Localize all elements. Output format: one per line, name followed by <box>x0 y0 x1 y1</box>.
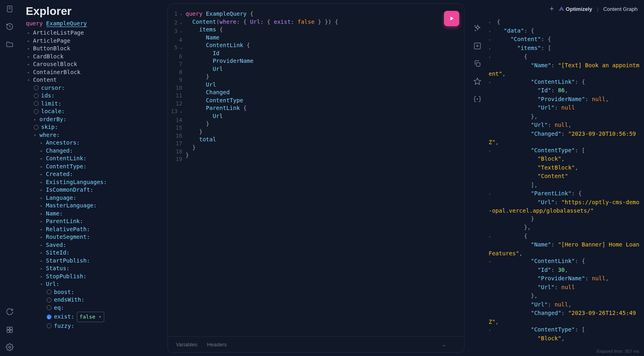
tree-node[interactable]: ▸RelativePath: <box>24 226 164 234</box>
expand-arrow-icon[interactable]: ▸ <box>40 139 44 147</box>
tab-headers[interactable]: Headers <box>207 342 227 348</box>
result-header: + Optimizely | Content Graph <box>487 0 644 18</box>
expand-arrow-icon[interactable]: ▾ <box>34 131 38 139</box>
settings-icon[interactable] <box>6 343 14 351</box>
tree-node[interactable]: ▸Name: <box>24 210 164 218</box>
tree-node[interactable]: ▸Created: <box>24 170 164 178</box>
expand-arrow-icon[interactable]: ▸ <box>27 37 31 45</box>
query-editor[interactable]: 1 ▾2 ▾3 ▾4 5 ▾6 7 8 9 10 11 12 13 ▾14 15… <box>167 3 464 337</box>
tree-node[interactable]: ▸CarouselBlock <box>24 60 164 68</box>
tree-node[interactable]: ▸Status: <box>24 265 164 273</box>
folder-icon[interactable] <box>6 40 14 48</box>
tree-node[interactable]: endsWith: <box>24 296 164 304</box>
svg-marker-10 <box>474 78 481 85</box>
expand-arrow-icon[interactable]: ▸ <box>40 202 44 210</box>
copy-icon[interactable] <box>473 60 481 68</box>
tree-node[interactable]: ▸IsCommonDraft: <box>24 186 164 194</box>
tree-node[interactable]: ▸CardBlock <box>24 53 164 61</box>
tree-node[interactable]: ▸Saved: <box>24 241 164 249</box>
expand-arrow-icon[interactable]: ▾ <box>40 280 44 288</box>
expand-arrow-icon[interactable]: ▾ <box>27 76 31 84</box>
add-tab-icon[interactable]: + <box>549 5 554 13</box>
tree-node[interactable]: eq: <box>24 304 164 312</box>
radio-icon[interactable] <box>47 298 52 302</box>
tree-node[interactable]: ▸ExistingLanguages: <box>24 178 164 186</box>
tree-node[interactable]: ▸ArticleListPage <box>24 29 164 37</box>
expand-arrow-icon[interactable]: ▸ <box>40 178 44 186</box>
tab-variables[interactable]: Variables <box>176 342 197 348</box>
tree-node[interactable]: ▾where: <box>24 131 164 139</box>
expand-arrow-icon[interactable]: ▸ <box>40 217 44 226</box>
tree-node[interactable]: skip: <box>24 123 164 131</box>
exist-select[interactable]: false <box>77 312 105 322</box>
expand-arrow-icon[interactable]: ▸ <box>27 68 31 77</box>
tree-node[interactable]: ▸Changed: <box>24 147 164 155</box>
radio-icon[interactable] <box>47 323 52 328</box>
tree-node[interactable]: locale: <box>24 108 164 116</box>
expand-arrow-icon[interactable]: ▸ <box>40 163 44 171</box>
expand-arrow-icon[interactable]: ▸ <box>27 53 31 61</box>
chevron-down-icon[interactable]: ⌄ <box>442 342 446 348</box>
brackets-icon[interactable] <box>473 95 481 103</box>
keyboard-icon[interactable] <box>6 325 14 333</box>
tree-node[interactable]: ▾Url: <box>24 280 164 288</box>
expand-arrow-icon[interactable]: ▸ <box>40 226 44 234</box>
tree-node[interactable]: ▸ArticlePage <box>24 37 164 45</box>
radio-icon[interactable] <box>47 315 52 319</box>
expand-arrow-icon[interactable]: ▸ <box>40 210 44 218</box>
merge-icon[interactable] <box>473 42 481 50</box>
tree-node[interactable]: ▾Content <box>24 76 164 84</box>
expand-arrow-icon[interactable]: ▸ <box>34 116 38 124</box>
brand-separator: | <box>597 6 598 12</box>
tree-node[interactable]: ▸RouteSegment: <box>24 233 164 241</box>
tree-node[interactable]: limit: <box>24 100 164 108</box>
expand-arrow-icon[interactable]: ▸ <box>27 29 31 37</box>
expand-arrow-icon[interactable]: ▸ <box>40 155 44 163</box>
document-icon[interactable] <box>6 5 14 13</box>
tree-node[interactable]: ids: <box>24 92 164 100</box>
expand-arrow-icon[interactable]: ▸ <box>40 273 44 281</box>
expand-arrow-icon[interactable]: ▸ <box>40 186 44 194</box>
history-icon[interactable] <box>6 23 14 31</box>
tree-node[interactable]: ▸orderBy: <box>24 116 164 124</box>
result-body[interactable]: ▾ {▾ "data": {▾ "Content": {▾ "items": [… <box>487 18 644 346</box>
tree-node[interactable]: ▸ParentLink: <box>24 217 164 226</box>
star-icon[interactable] <box>473 77 481 85</box>
tree-node[interactable]: ▸ContainerBlock <box>24 68 164 77</box>
tree-node[interactable]: ▸Ancestors: <box>24 139 164 147</box>
tree-node[interactable]: ▸Language: <box>24 194 164 202</box>
tree-node[interactable]: ▸SiteId: <box>24 249 164 257</box>
expand-arrow-icon[interactable]: ▸ <box>40 170 44 178</box>
run-button[interactable] <box>444 11 459 26</box>
tree-node[interactable]: boost: <box>24 288 164 296</box>
expand-arrow-icon[interactable]: ▸ <box>40 249 44 257</box>
magic-icon[interactable] <box>473 24 481 32</box>
tree-node[interactable]: fuzzy: <box>24 322 164 330</box>
radio-icon[interactable] <box>34 101 39 106</box>
tree-node[interactable]: ▸MasterLanguage: <box>24 202 164 210</box>
query-name-link[interactable]: ExampleQuery <box>46 20 87 27</box>
radio-icon[interactable] <box>34 85 39 90</box>
expand-arrow-icon[interactable]: ▸ <box>27 60 31 68</box>
refresh-icon[interactable] <box>6 308 14 316</box>
tree-node[interactable]: exist:false <box>24 312 164 322</box>
radio-icon[interactable] <box>34 109 39 114</box>
tree-node[interactable]: ▸StopPublish: <box>24 273 164 281</box>
expand-arrow-icon[interactable]: ▸ <box>40 241 44 249</box>
expand-arrow-icon[interactable]: ▸ <box>27 45 31 53</box>
expand-arrow-icon[interactable]: ▸ <box>40 265 44 273</box>
tree-node[interactable]: ▸ContentType: <box>24 163 164 171</box>
radio-icon[interactable] <box>34 93 39 98</box>
expand-arrow-icon[interactable]: ▸ <box>40 147 44 155</box>
radio-icon[interactable] <box>34 125 39 130</box>
radio-icon[interactable] <box>47 305 52 310</box>
tree-node[interactable]: ▸ContentLink: <box>24 155 164 163</box>
radio-icon[interactable] <box>47 290 52 294</box>
tree-node[interactable]: ▸StartPublish: <box>24 257 164 265</box>
expand-arrow-icon[interactable]: ▸ <box>40 257 44 265</box>
expand-arrow-icon[interactable]: ▸ <box>40 194 44 202</box>
expand-arrow-icon[interactable]: ▸ <box>40 233 44 241</box>
tree-node[interactable]: cursor: <box>24 84 164 92</box>
tree-node[interactable]: ▸ButtonBlock <box>24 45 164 53</box>
code-content[interactable]: query ExampleQuery { Content(where: { Ur… <box>186 10 464 164</box>
